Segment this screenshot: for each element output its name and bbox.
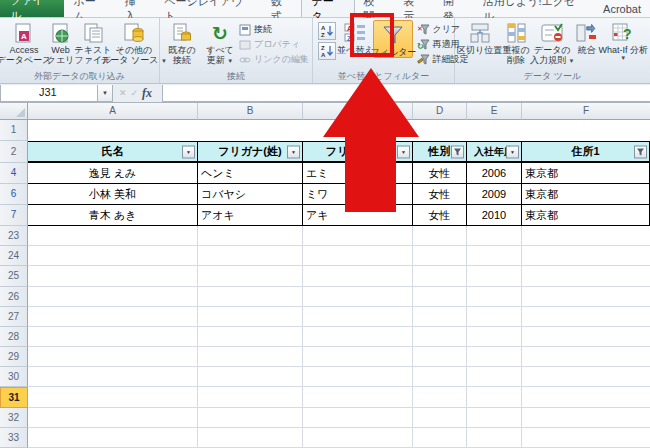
select-all-corner[interactable] <box>0 103 28 120</box>
filter-funnel-button[interactable] <box>634 145 647 158</box>
row-header-2[interactable]: 2 <box>0 141 28 163</box>
cell-address[interactable]: 東京都 <box>522 184 650 205</box>
sort-ascending-button[interactable]: AZ <box>318 22 336 40</box>
cell[interactable] <box>28 408 198 428</box>
tab-formulas[interactable]: 数式 <box>262 0 302 17</box>
cell[interactable] <box>467 120 522 141</box>
cell[interactable] <box>413 120 467 141</box>
consolidate-button[interactable]: 統合 <box>574 19 598 55</box>
edit-links-button[interactable]: リンクの編集 <box>238 52 309 67</box>
row-header-27[interactable]: 27 <box>0 307 28 327</box>
cell[interactable] <box>413 347 467 367</box>
cell[interactable] <box>467 266 522 286</box>
row-header-32[interactable]: 32 <box>0 408 28 428</box>
cell-furigana-mei[interactable]: アキ <box>303 205 413 226</box>
cell[interactable] <box>522 226 650 246</box>
cell-name[interactable]: 小林 美和 <box>28 184 198 205</box>
row-header-1[interactable]: 1 <box>0 120 28 141</box>
row-header-26[interactable]: 26 <box>0 287 28 307</box>
other-sources-button[interactable]: その他の データ ソース ▼ <box>111 19 157 65</box>
cell[interactable] <box>413 226 467 246</box>
cell[interactable] <box>198 120 303 141</box>
filter-button[interactable]: フィルター <box>373 20 413 58</box>
cell[interactable] <box>198 367 303 387</box>
filter-dropdown-button[interactable]: ▼ <box>506 145 519 158</box>
tab-data[interactable]: データ <box>301 0 354 17</box>
cell-hire-year[interactable]: 2006 <box>467 163 522 184</box>
row-header-7[interactable]: 7 <box>0 205 28 226</box>
what-if-analysis-button[interactable]: ? What-If 分析 ▼ <box>598 19 648 61</box>
header-cell-hire-year[interactable]: 入社年度 ▼ <box>467 141 522 163</box>
cell[interactable] <box>467 287 522 307</box>
cell[interactable] <box>522 120 650 141</box>
cell[interactable] <box>413 266 467 286</box>
filter-dropdown-button[interactable]: ▼ <box>397 145 410 158</box>
existing-connections-button[interactable]: 既存の 接続 <box>162 19 202 65</box>
header-cell-furigana-sei[interactable]: フリガナ(姓) ▼ <box>198 141 303 163</box>
header-cell-address[interactable]: 住所1 <box>522 141 650 163</box>
cell[interactable] <box>413 246 467 266</box>
column-header-b[interactable]: B <box>198 103 303 120</box>
cell[interactable] <box>467 327 522 347</box>
column-header-c[interactable]: C <box>303 103 413 120</box>
tab-review[interactable]: 校閲 <box>355 0 395 17</box>
cell-furigana-sei[interactable]: アオキ <box>198 205 303 226</box>
cell[interactable] <box>198 408 303 428</box>
row-header-31-active[interactable]: 31 <box>0 387 28 407</box>
cell[interactable] <box>303 226 413 246</box>
properties-button[interactable]: プロパティ <box>238 37 309 52</box>
cell[interactable] <box>413 387 467 407</box>
row-header-6[interactable]: 6 <box>0 184 28 205</box>
column-header-f[interactable]: F <box>522 103 650 120</box>
cell[interactable] <box>303 246 413 266</box>
access-database-button[interactable]: A Access データベース <box>2 19 46 65</box>
cell[interactable] <box>28 327 198 347</box>
row-header-24[interactable]: 24 <box>0 246 28 266</box>
cell[interactable] <box>198 428 303 448</box>
row-header-29[interactable]: 29 <box>0 347 28 367</box>
filter-dropdown-button[interactable]: ▼ <box>287 145 300 158</box>
cell-gender[interactable]: 女性 <box>413 184 467 205</box>
remove-duplicates-button[interactable]: 重複の 削除 <box>502 19 530 65</box>
refresh-all-button[interactable]: ↻ すべて 更新 ▼ <box>202 19 238 65</box>
cell[interactable] <box>198 387 303 407</box>
column-header-a[interactable]: A <box>28 103 198 120</box>
tab-page-layout[interactable]: ページレイアウト <box>155 0 262 17</box>
header-cell-furigana-mei[interactable]: フリガナ(名) ▼ <box>303 141 413 163</box>
cell[interactable] <box>467 347 522 367</box>
sort-button[interactable]: AZ 並べ替え <box>337 19 373 55</box>
cell[interactable] <box>303 266 413 286</box>
cell-address[interactable]: 東京都 <box>522 205 650 226</box>
web-query-button[interactable]: Web クエリ <box>46 19 75 65</box>
tab-file[interactable]: ファイル <box>0 0 64 17</box>
tab-home[interactable]: ホーム <box>64 0 115 17</box>
cell[interactable] <box>303 387 413 407</box>
data-validation-button[interactable]: データの 入力規則 ▼ <box>530 19 574 65</box>
cell-furigana-mei[interactable]: エミ <box>303 163 413 184</box>
tab-insert[interactable]: 挿入 <box>115 0 155 17</box>
cell-hire-year[interactable]: 2010 <box>467 205 522 226</box>
cell[interactable] <box>303 428 413 448</box>
row-header-23[interactable]: 23 <box>0 226 28 246</box>
cell[interactable] <box>467 307 522 327</box>
tab-view[interactable]: 表示 <box>394 0 434 17</box>
cell[interactable] <box>413 327 467 347</box>
tab-acrobat[interactable]: Acrobat <box>594 0 650 17</box>
cell[interactable] <box>28 367 198 387</box>
cell[interactable] <box>198 246 303 266</box>
cell-furigana-sei[interactable]: コバヤシ <box>198 184 303 205</box>
cell[interactable] <box>303 408 413 428</box>
text-to-columns-button[interactable]: 区切り位置 <box>457 19 502 55</box>
row-header-33[interactable]: 33 <box>0 428 28 448</box>
cell[interactable] <box>198 287 303 307</box>
cell[interactable] <box>413 408 467 428</box>
cell[interactable] <box>522 347 650 367</box>
row-header-4[interactable]: 4 <box>0 163 28 184</box>
cell[interactable] <box>413 307 467 327</box>
cell[interactable] <box>28 307 198 327</box>
cell[interactable] <box>522 387 650 407</box>
cell[interactable] <box>28 428 198 448</box>
cell[interactable] <box>198 266 303 286</box>
cell[interactable] <box>28 287 198 307</box>
row-header-28[interactable]: 28 <box>0 327 28 347</box>
